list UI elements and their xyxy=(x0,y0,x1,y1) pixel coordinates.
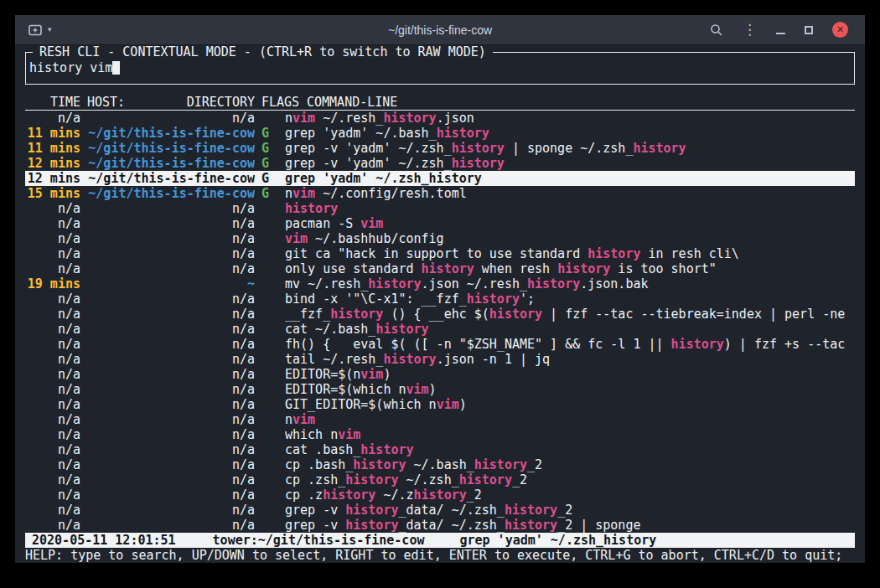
help-line: HELP: type to search, UP/DOWN to select,… xyxy=(25,548,855,563)
row-time: n/a xyxy=(25,518,80,533)
row-flags xyxy=(261,246,278,261)
command-text: ~/.z xyxy=(375,487,413,503)
history-row[interactable]: n/an/aEDITOR=$(which nvim) xyxy=(25,382,855,397)
row-time: n/a xyxy=(25,472,80,487)
close-button[interactable]: ✕ xyxy=(832,22,848,38)
restore-button[interactable] xyxy=(805,26,813,34)
history-row[interactable]: n/an/afh() { eval $( ([ -n "$ZSH_NAME" ]… xyxy=(25,337,855,352)
row-host: ~/git/this-is-fine-cow xyxy=(87,126,255,141)
history-row[interactable]: n/an/awhich nvim xyxy=(25,427,855,442)
history-row[interactable]: n/an/acp .bash_history ~/.bash_history_2 xyxy=(25,457,855,472)
history-row[interactable]: n/an/acp .zhistory ~/.zhistory_2 xyxy=(25,487,855,503)
command-text: cat ~/.bash_ xyxy=(285,322,375,337)
minimize-button[interactable] xyxy=(776,26,785,34)
history-row[interactable]: n/an/anvim xyxy=(25,412,855,427)
row-flags xyxy=(261,111,278,126)
row-flags xyxy=(261,291,278,307)
match-highlight: history xyxy=(557,261,610,276)
match-highlight: history xyxy=(505,503,557,518)
row-flags: G xyxy=(261,126,278,141)
history-row[interactable]: n/an/anvim ~/.resh_history.json xyxy=(25,111,855,126)
new-tab-button[interactable]: ▾ xyxy=(28,24,52,36)
row-command: pacman -S vim xyxy=(285,216,855,231)
row-command: cp .zhistory ~/.zhistory_2 xyxy=(285,487,855,503)
row-host: ~/git/this-is-fine-cow xyxy=(87,171,255,186)
row-command: bind -x '"\C-x1": __fzf_history'; xyxy=(285,291,855,307)
history-row[interactable]: n/an/acat ~/.bash_history xyxy=(25,322,855,337)
match-highlight: history xyxy=(671,337,724,352)
history-row[interactable]: n/an/ahistory xyxy=(25,201,855,216)
row-time: 19 mins xyxy=(25,276,80,291)
command-text: EDITOR=$(n xyxy=(285,367,360,382)
command-text: | sponge ~/.zsh_ xyxy=(505,141,634,156)
match-highlight: vim xyxy=(360,367,383,382)
status-bar: 2020-05-11 12:01:51tower:~/git/this-is-f… xyxy=(25,533,855,548)
history-row[interactable]: n/an/agrep -v history_data/ ~/.zsh_histo… xyxy=(25,518,855,533)
row-host: n/a xyxy=(87,442,255,457)
match-highlight: history xyxy=(323,487,375,503)
row-time: n/a xyxy=(25,503,80,518)
row-flags: G xyxy=(261,186,278,201)
search-button[interactable] xyxy=(710,23,723,37)
command-text: pacman -S xyxy=(285,216,360,231)
match-highlight: history xyxy=(375,322,428,337)
history-row[interactable]: n/an/agrep -v history_data/ ~/.zsh_histo… xyxy=(25,503,855,518)
history-row[interactable]: n/an/agit ca "hack in support to use sta… xyxy=(25,246,855,261)
history-row[interactable]: n/an/aonly use standard history when res… xyxy=(25,261,855,276)
history-row[interactable]: n/an/acat .bash_history xyxy=(25,442,855,457)
row-time: n/a xyxy=(25,337,80,352)
match-highlight: vim xyxy=(338,427,360,442)
command-text: __fzf_ xyxy=(285,307,330,322)
match-highlight: history xyxy=(437,126,489,141)
command-text: which n xyxy=(285,427,338,442)
match-highlight: history xyxy=(489,307,542,322)
row-flags xyxy=(261,276,278,291)
row-command: grep -v 'yadm' ~/.zsh_history | sponge ~… xyxy=(285,141,855,156)
row-time: 15 mins xyxy=(25,186,80,201)
row-flags xyxy=(261,397,278,412)
match-highlight: vim xyxy=(292,412,315,427)
row-command: mv ~/.resh_history.json ~/.resh_history.… xyxy=(285,276,855,291)
history-row[interactable]: n/an/apacman -S vim xyxy=(25,216,855,231)
history-row[interactable]: n/an/avim ~/.bashhub/config xyxy=(25,231,855,246)
row-host: n/a xyxy=(87,201,255,216)
command-text: ~/.bashhub/config xyxy=(308,231,444,246)
row-host: n/a xyxy=(87,231,255,246)
row-host: n/a xyxy=(87,111,255,126)
command-text: grep -v 'yadm' ~/.zsh_ xyxy=(285,156,452,171)
row-command: EDITOR=$(which nvim) xyxy=(285,382,855,397)
command-text: _2 xyxy=(527,457,542,472)
row-flags xyxy=(261,503,278,518)
command-text: _2 xyxy=(467,487,482,503)
menu-button[interactable]: ⋮ xyxy=(743,23,757,37)
terminal-content[interactable]: RESH CLI - CONTEXTUAL MODE - (CTRL+R to … xyxy=(15,45,865,563)
history-row[interactable]: n/an/aGIT_EDITOR=$(which nvim) xyxy=(25,397,855,412)
row-command: grep 'yadm' ~/.bash_history xyxy=(285,126,855,141)
restore-icon xyxy=(805,26,813,34)
command-text: n xyxy=(285,186,292,201)
row-command: fh() { eval $( ([ -n "$ZSH_NAME" ] && fc… xyxy=(285,337,855,352)
row-host: ~ xyxy=(87,276,255,291)
command-text: cp .zsh_ xyxy=(285,472,345,487)
row-host: n/a xyxy=(87,246,255,261)
command-text: ) xyxy=(459,397,467,412)
history-row[interactable]: n/an/acp .zsh_history ~/.zsh_history_2 xyxy=(25,472,855,487)
history-row[interactable]: 12 mins~/git/this-is-fine-cowGgrep -v 'y… xyxy=(25,156,855,171)
history-row[interactable]: n/an/atail ~/.resh_history.json -n 1 | j… xyxy=(25,352,855,367)
history-row[interactable]: 11 mins~/git/this-is-fine-cowGgrep -v 'y… xyxy=(25,141,855,156)
match-highlight: history xyxy=(353,457,406,472)
history-row[interactable]: 15 mins~/git/this-is-fine-cowGnvim ~/.co… xyxy=(25,186,855,201)
row-host: n/a xyxy=(87,352,255,367)
command-text: n xyxy=(285,412,292,427)
history-row[interactable]: n/an/a__fzf_history () { __ehc $(history… xyxy=(25,307,855,322)
history-row[interactable]: n/an/abind -x '"\C-x1": __fzf_history'; xyxy=(25,291,855,307)
row-time: n/a xyxy=(25,291,80,307)
row-time: n/a xyxy=(25,261,80,276)
history-row-selected[interactable]: 12 mins~/git/this-is-fine-cowGgrep 'yadm… xyxy=(25,171,855,186)
resh-mode-title: RESH CLI - CONTEXTUAL MODE - (CTRL+R to … xyxy=(33,45,493,59)
row-host: n/a xyxy=(87,472,255,487)
history-row[interactable]: 11 mins~/git/this-is-fine-cowGgrep 'yadm… xyxy=(25,126,855,141)
history-row[interactable]: 19 mins~mv ~/.resh_history.json ~/.resh_… xyxy=(25,276,855,291)
command-text: _2 xyxy=(557,503,572,518)
history-row[interactable]: n/an/aEDITOR=$(nvim) xyxy=(25,367,855,382)
